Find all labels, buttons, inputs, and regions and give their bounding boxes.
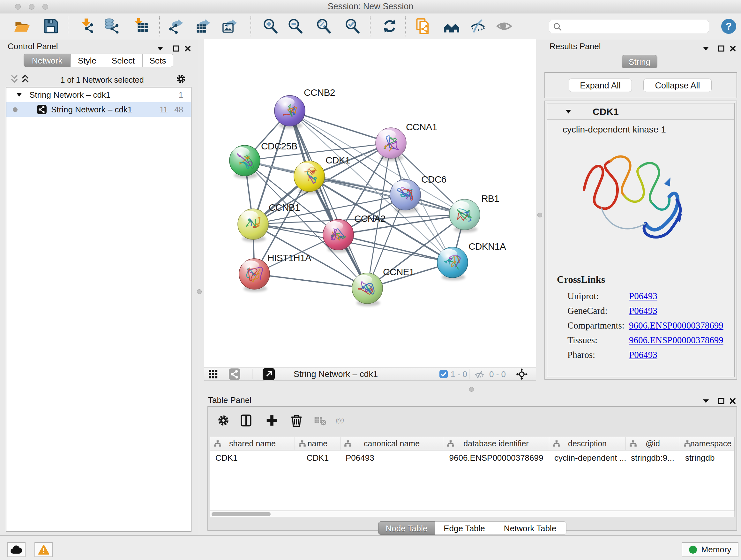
- table-gear-icon[interactable]: [216, 413, 231, 428]
- collapse-all-button[interactable]: Collapse All: [643, 78, 712, 92]
- node-CDC6[interactable]: [390, 179, 421, 212]
- table-hscrollbar-thumb[interactable]: [212, 512, 271, 516]
- export-network-icon[interactable]: [167, 17, 185, 36]
- delete-column-trash-icon[interactable]: [289, 413, 304, 428]
- export-image-icon[interactable]: [221, 17, 239, 36]
- column-header-database-identifier[interactable]: database identifier: [443, 437, 549, 450]
- cloud-button[interactable]: [7, 542, 25, 557]
- node-CCNB2[interactable]: [274, 96, 305, 129]
- control-panel-menu-icon[interactable]: [156, 45, 164, 52]
- import-network-from-database-icon[interactable]: [103, 17, 122, 36]
- crosslink-value-link[interactable]: P06493: [629, 306, 657, 316]
- network-share-view-icon[interactable]: [229, 368, 240, 380]
- show-all-icon[interactable]: [495, 17, 514, 36]
- column-header-shared-name[interactable]: shared name: [210, 437, 295, 450]
- crosslink-value-link[interactable]: P06493: [629, 291, 657, 301]
- left-splitter[interactable]: [199, 39, 199, 535]
- expand-all-networks-icon[interactable]: [20, 74, 30, 85]
- collapse-all-networks-icon[interactable]: [10, 74, 19, 85]
- node-CCNA2[interactable]: [323, 219, 354, 253]
- column-header-description[interactable]: description: [549, 437, 626, 450]
- tab-select[interactable]: Select: [104, 54, 143, 67]
- tab-node-table[interactable]: Node Table: [378, 521, 435, 535]
- create-column-icon[interactable]: [265, 413, 279, 428]
- collection-count: 1: [179, 90, 183, 100]
- first-neighbors-icon[interactable]: [442, 17, 461, 36]
- open-in-window-icon[interactable]: [263, 368, 275, 380]
- table-row[interactable]: CDK1CDK1P064939606.ENSP00000378699cyclin…: [210, 450, 734, 465]
- results-panel-menu-icon[interactable]: [702, 45, 710, 52]
- column-header--id[interactable]: @id: [626, 437, 680, 450]
- open-session-icon[interactable]: [13, 17, 31, 36]
- import-network-from-file-icon[interactable]: [78, 17, 97, 36]
- zoom-in-icon[interactable]: [261, 17, 280, 36]
- tab-style[interactable]: Style: [71, 54, 104, 67]
- crosslink-row: Pharos:P06493: [547, 348, 734, 362]
- network-options-gear-icon[interactable]: [175, 73, 187, 85]
- crosslink-value-link[interactable]: 9606.ENSP00000378699: [629, 320, 724, 330]
- column-header-namespace[interactable]: namespace: [680, 437, 735, 450]
- refresh-view-icon[interactable]: [381, 17, 399, 36]
- table-panel-title: Table Panel: [208, 395, 252, 405]
- results-panel-close-icon[interactable]: [729, 45, 737, 52]
- window-title: Session: New Session: [0, 0, 741, 13]
- node-CCNA1[interactable]: [376, 128, 406, 161]
- crosslink-value-link[interactable]: 9606.ENSP00000378699: [629, 335, 724, 345]
- export-table-icon[interactable]: [194, 17, 212, 36]
- show-columns-icon[interactable]: [239, 413, 253, 428]
- help-button[interactable]: ?: [721, 19, 736, 34]
- node-CCNE1[interactable]: [352, 273, 383, 306]
- node-HIST1H1A[interactable]: [239, 259, 270, 292]
- fit-selected-crosshair-icon[interactable]: [516, 368, 528, 380]
- node-CDK1[interactable]: [294, 161, 325, 194]
- tab-edge-table[interactable]: Edge Table: [435, 521, 494, 535]
- bottom-splitter-handle[interactable]: [469, 387, 474, 392]
- hidden-counts: 0 - 0: [489, 368, 506, 381]
- cdk1-expander-icon[interactable]: [565, 109, 571, 115]
- tab-network[interactable]: Network: [23, 54, 71, 67]
- control-panel-close-icon[interactable]: [184, 45, 192, 52]
- control-panel-float-icon[interactable]: [172, 45, 180, 52]
- column-header-canonical-name[interactable]: canonical name: [340, 437, 443, 450]
- column-header-name[interactable]: name: [295, 437, 340, 450]
- import-table-from-file-icon[interactable]: [132, 17, 150, 36]
- zoom-out-icon[interactable]: [286, 17, 305, 36]
- tab-sets[interactable]: Sets: [143, 54, 173, 67]
- search-input[interactable]: [564, 21, 705, 32]
- table-cell: cyclin-dependent ...: [549, 450, 626, 465]
- results-panel-float-icon[interactable]: [718, 45, 725, 52]
- node-label-CDC25B: CDC25B: [261, 141, 297, 151]
- node-RB1[interactable]: [449, 199, 480, 233]
- save-session-icon[interactable]: [42, 17, 60, 36]
- clone-network-icon[interactable]: [414, 17, 432, 36]
- collection-expander-icon[interactable]: [16, 92, 22, 98]
- table-tab-bar: Node TableEdge TableNetwork Table: [378, 521, 566, 535]
- tab-string[interactable]: String: [622, 55, 657, 68]
- right-splitter-handle[interactable]: [537, 212, 542, 217]
- network-row-selected[interactable]: String Network – cdk1 11 48: [6, 102, 191, 117]
- selected-checkbox[interactable]: [440, 370, 448, 378]
- expand-all-button[interactable]: Expand All: [569, 78, 632, 92]
- hide-selected-icon[interactable]: [468, 17, 487, 36]
- left-splitter-handle[interactable]: [197, 289, 202, 294]
- node-CCNB1[interactable]: [238, 209, 268, 242]
- zoom-fit-icon[interactable]: [315, 17, 333, 36]
- crosslinks-title: CrossLinks: [557, 274, 605, 286]
- table-panel-menu-icon[interactable]: [702, 397, 710, 405]
- network-collection-row[interactable]: String Network – cdk1 1: [6, 87, 191, 102]
- zoom-selected-icon[interactable]: [343, 17, 362, 36]
- network-canvas[interactable]: CCNB2CCNA1CDC25BCDK1CDC6RB1CCNB1CCNA2CDK…: [204, 39, 536, 367]
- tab-network-table[interactable]: Network Table: [494, 521, 566, 535]
- node-CDC25B[interactable]: [229, 145, 260, 179]
- crosslink-value-link[interactable]: P06493: [629, 350, 657, 360]
- cdk1-section-header[interactable]: CDK1: [547, 104, 734, 120]
- node-CDKN1A[interactable]: [437, 247, 468, 280]
- crosslink-row: Compartments:9606.ENSP00000378699: [547, 318, 734, 333]
- warning-button[interactable]: [35, 542, 53, 557]
- table-panel-float-icon[interactable]: [718, 397, 725, 405]
- table-panel-close-icon[interactable]: [729, 397, 737, 405]
- toolbar-separator: [251, 16, 251, 37]
- network-status-dot: [13, 107, 17, 112]
- grid-view-icon[interactable]: [208, 369, 218, 379]
- memory-button[interactable]: Memory: [682, 542, 738, 557]
